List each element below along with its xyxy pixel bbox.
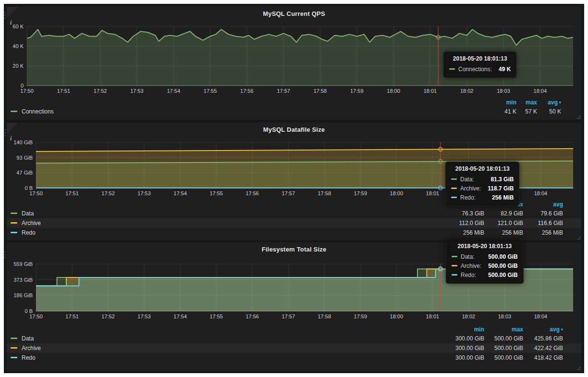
tooltip-series-name: Redo: <box>461 272 476 278</box>
tooltip-series-name: Redo: <box>460 194 476 201</box>
legend-series-name[interactable]: Data <box>22 335 34 342</box>
series-color-dash-icon <box>452 256 457 257</box>
tooltip-timestamp: 2018-05-20 18:01:13 <box>452 243 518 250</box>
grafana-dashboard: i MySQL Current QPS 020 K40 K60 K 17:501… <box>4 4 584 373</box>
legend-stat-avg: 418.42 GiB <box>534 353 563 363</box>
legend-stat-max: 500.00 GiB <box>494 334 523 343</box>
panel-resize-handle[interactable] <box>576 114 580 119</box>
legend-row: Archive112.0 GiB121.0 GiB116.6 GiB <box>7 218 581 228</box>
legend-stat-max: 121.0 GiB <box>498 218 523 228</box>
legend-row: Redo300.00 GiB500.00 GiB418.42 GiB <box>7 353 581 363</box>
sort-caret-icon: ▾ <box>558 100 561 105</box>
legend-series-name[interactable]: Redo <box>22 229 36 236</box>
series-color-dash-icon <box>452 265 457 266</box>
panel-drag-handle[interactable] <box>4 129 6 138</box>
series-color-dash-icon <box>11 357 17 358</box>
tooltip-series-value: 118.7 GiB <box>488 185 514 192</box>
legend-row: Data76.3 GiB82.9 GiB79.6 GiB <box>7 209 581 218</box>
legend-stat-avg: 116.6 GiB <box>538 218 563 228</box>
legend-series-name[interactable]: Archive <box>22 220 41 226</box>
tooltip-series-row: Data:81.3 GiB <box>451 175 514 184</box>
series-color-dash-icon <box>11 338 17 339</box>
legend-row: Connections41 K57 K50 K <box>7 107 581 116</box>
legend: minmaxavg ▾Connections41 K57 K50 K <box>7 98 581 116</box>
tooltip-series-value: 81.3 GiB <box>490 176 514 183</box>
tooltip-series-name: Data: <box>461 253 475 260</box>
legend-header-max[interactable]: max <box>526 98 537 107</box>
tooltip-series-value: 49 K <box>499 66 511 73</box>
tooltip-series-value: 256 MiB <box>492 194 514 201</box>
legend-header-min[interactable]: min <box>474 325 484 334</box>
legend-stats-header: minmaxavg ▾ <box>7 325 581 334</box>
tooltip-series-row: Redo:256 MiB <box>451 193 514 202</box>
panel-drag-handle[interactable] <box>4 12 6 20</box>
panel-resize-handle[interactable] <box>576 235 580 239</box>
legend-stat-max: 57 K <box>525 107 537 116</box>
tooltip-timestamp: 2018-05-20 18:01:13 <box>449 55 511 62</box>
legend-stat-avg: 79.6 GiB <box>540 209 563 218</box>
series-color-dash-icon <box>452 274 457 276</box>
tooltip-series-row: Connections:49 K <box>449 64 511 74</box>
legend-stat-min: 76.3 GiB <box>462 209 484 218</box>
series-color-dash-icon <box>11 347 17 349</box>
series-color-dash-icon <box>11 213 17 214</box>
tooltip-series-name: Archive: <box>461 263 481 269</box>
legend-stat-min: 256 MiB <box>463 228 484 238</box>
series-color-dash-icon <box>449 68 455 70</box>
legend-series-name[interactable]: Connections <box>22 108 54 115</box>
sort-caret-icon: ▾ <box>560 327 563 332</box>
series-color-dash-icon <box>11 111 17 112</box>
series-color-dash-icon <box>11 222 17 224</box>
series-color-dash-icon <box>11 232 17 233</box>
legend-header-avg[interactable]: avg ▾ <box>548 98 561 107</box>
legend-stat-avg: 425.86 GiB <box>534 334 563 343</box>
tooltip-series-value: 500.00 GiB <box>488 263 517 269</box>
legend-stats-header: minmaxavg ▾ <box>7 98 581 107</box>
tooltip-series-value: 500.00 GiB <box>488 272 517 278</box>
graph-tooltip: 2018-05-20 18:01:13 Connections:49 K <box>443 51 516 78</box>
legend-stat-avg: 256 MiB <box>542 228 563 238</box>
legend-stat-min: 300.00 GiB <box>455 343 484 353</box>
series-color-dash-icon <box>451 197 457 198</box>
series-color-dash-icon <box>451 188 457 189</box>
legend: minmaxavg ▾Data300.00 GiB500.00 GiB425.8… <box>7 325 581 363</box>
tooltip-series-name: Connections: <box>458 66 492 73</box>
panel-resize-handle[interactable] <box>576 365 580 370</box>
legend-stat-min: 300.00 GiB <box>455 353 484 363</box>
legend-header-avg[interactable]: avg ▾ <box>550 325 563 334</box>
graph-tooltip: 2018-05-20 18:01:13 Data:500.00 GiBArchi… <box>446 239 524 284</box>
tooltip-series-value: 500.00 GiB <box>488 253 517 260</box>
legend-stat-max: 500.00 GiB <box>494 343 523 353</box>
legend-series-name[interactable]: Archive <box>22 345 41 352</box>
panel-drag-handle[interactable] <box>4 251 6 260</box>
legend-series-name[interactable]: Data <box>22 210 34 217</box>
legend-stat-min: 41 K <box>504 107 516 116</box>
tooltip-series-name: Archive: <box>460 185 481 192</box>
legend-header-min[interactable]: min <box>506 98 516 107</box>
legend-stat-min: 112.0 GiB <box>459 218 484 228</box>
legend-stat-avg: 50 K <box>549 107 561 116</box>
legend-stat-min: 300.00 GiB <box>455 334 484 343</box>
graph-tooltip: 2018-05-20 18:01:13 Data:81.3 GiBArchive… <box>445 162 519 206</box>
legend-header-max[interactable]: max <box>512 325 523 334</box>
legend-row: Archive300.00 GiB500.00 GiB422.42 GiB <box>7 343 581 353</box>
tooltip-series-row: Archive:500.00 GiB <box>452 261 518 270</box>
legend-row: Redo256 MiB256 MiB256 MiB <box>7 228 581 238</box>
legend-stat-avg: 422.42 GiB <box>534 343 563 353</box>
tooltip-series-row: Archive:118.7 GiB <box>451 184 514 193</box>
legend-stat-max: 82.9 GiB <box>501 209 523 218</box>
legend-stat-max: 500.00 GiB <box>494 353 523 363</box>
series-color-dash-icon <box>451 178 457 180</box>
legend-series-name[interactable]: Redo <box>22 354 36 361</box>
tooltip-series-name: Data: <box>460 176 474 183</box>
legend-header-avg[interactable]: avg <box>553 200 563 209</box>
tooltip-series-row: Redo:500.00 GiB <box>452 270 518 279</box>
tooltip-series-row: Data:500.00 GiB <box>452 252 518 261</box>
legend-stat-max: 256 MiB <box>502 228 523 238</box>
legend-row: Data300.00 GiB500.00 GiB425.86 GiB <box>7 334 581 343</box>
tooltip-timestamp: 2018-05-20 18:01:13 <box>451 165 514 172</box>
